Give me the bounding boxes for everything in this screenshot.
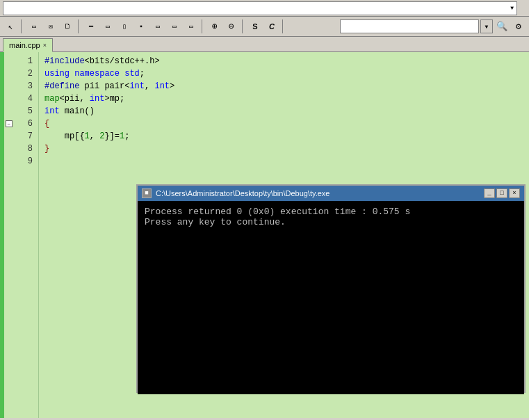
line-num-6: − 6 xyxy=(4,118,38,130)
rect-btn-1[interactable]: ▭ xyxy=(100,19,115,34)
line-numbers-panel: 1 2 3 4 5 − 6 7 8 9 xyxy=(4,52,39,418)
separator-1 xyxy=(21,19,24,33)
cursor-tool-button[interactable]: ↖ xyxy=(3,19,18,34)
c-button[interactable]: C xyxy=(264,19,279,34)
block-btn[interactable]: ▪ xyxy=(133,19,149,34)
tab-main-cpp[interactable]: main.cpp × xyxy=(3,38,53,52)
toolbar-area: ▼ ↖ ▭ ✉ 🗋 ━ ▭ ▯ ▪ ▭ ▭ ▭ ⊕ ⊖ S C ▼ xyxy=(0,0,529,37)
tab-label: main.cpp xyxy=(9,41,40,49)
console-title: C:\Users\Administrator\Desktop\ty\bin\De… xyxy=(156,189,480,197)
s-button[interactable]: S xyxy=(247,19,263,34)
line-num-9: 9 xyxy=(4,155,38,168)
line-num-5: 5 xyxy=(4,105,38,118)
search-dropdown-button[interactable]: ▼ xyxy=(480,19,493,33)
code-line-1: #include<bits/stdc++.h> xyxy=(44,55,523,67)
editor-area: 1 2 3 4 5 − 6 7 8 9 #include<bits/stdc++… xyxy=(0,52,529,418)
search-dropdown-arrow-icon: ▼ xyxy=(485,24,489,30)
toolbar-buttons-row: ↖ ▭ ✉ 🗋 ━ ▭ ▯ ▪ ▭ ▭ ▭ ⊕ ⊖ S C ▼ 🔍 ⚙ xyxy=(0,17,529,36)
rect-btn-3[interactable]: ▭ xyxy=(150,19,165,34)
minus-button[interactable]: ━ xyxy=(83,19,99,34)
zoom-in-button[interactable]: ⊕ xyxy=(207,19,222,34)
rounded-rect-button[interactable]: ✉ xyxy=(43,19,58,34)
tab-close-button[interactable]: × xyxy=(43,42,47,49)
code-line-2: using namespace std; xyxy=(44,67,523,80)
line-num-2: 2 xyxy=(4,67,38,80)
console-line-1: Process returned 0 (0x0) execution time … xyxy=(145,207,517,217)
code-line-8: } xyxy=(44,143,523,155)
dropdown-row: ▼ xyxy=(0,0,529,17)
code-line-6: { xyxy=(44,118,523,130)
settings-button[interactable]: ⚙ xyxy=(511,19,526,34)
console-maximize-button[interactable]: □ xyxy=(496,188,507,198)
rect-btn-5[interactable]: ▭ xyxy=(184,19,199,34)
code-line-4: map<pii, int>mp; xyxy=(44,92,523,105)
search-area: ▼ 🔍 ⚙ xyxy=(340,19,526,34)
zoom-out-button[interactable]: ⊖ xyxy=(224,19,239,34)
console-minimize-button[interactable]: _ xyxy=(484,188,495,198)
console-close-button[interactable]: × xyxy=(509,188,520,198)
dropdown-arrow-icon: ▼ xyxy=(510,5,514,11)
rect-btn-4[interactable]: ▭ xyxy=(167,19,182,34)
separator-2 xyxy=(78,19,81,33)
console-titlebar: ■ C:\Users\Administrator\Desktop\ty\bin\… xyxy=(138,186,524,201)
console-line-2: Press any key to continue. xyxy=(145,217,517,227)
code-line-5: int main() xyxy=(44,105,523,118)
console-body: Process returned 0 (0x0) execution time … xyxy=(138,201,524,394)
image-button[interactable]: 🗋 xyxy=(60,19,75,34)
line-num-8: 8 xyxy=(4,143,38,155)
rect-btn-2[interactable]: ▯ xyxy=(117,19,132,34)
separator-3 xyxy=(202,19,204,33)
separator-5 xyxy=(282,19,285,33)
code-line-7: mp[{1, 2}]=1; xyxy=(44,130,523,143)
find-button[interactable]: 🔍 xyxy=(494,19,510,34)
console-window-buttons: _ □ × xyxy=(484,188,520,198)
console-window: ■ C:\Users\Administrator\Desktop\ty\bin\… xyxy=(136,184,526,393)
search-input[interactable] xyxy=(340,19,479,33)
tab-bar: main.cpp × xyxy=(0,37,529,52)
fold-icon-6[interactable]: − xyxy=(6,120,13,127)
line-num-3: 3 xyxy=(4,80,38,92)
code-line-9 xyxy=(44,155,523,168)
main-dropdown[interactable]: ▼ xyxy=(3,1,517,15)
separator-4 xyxy=(242,19,245,33)
line-num-4: 4 xyxy=(4,92,38,105)
code-line-3: #define pii pair<int, int> xyxy=(44,80,523,92)
rect-select-button[interactable]: ▭ xyxy=(26,19,42,34)
console-app-icon: ■ xyxy=(142,188,152,198)
line-num-7: 7 xyxy=(4,130,38,143)
line-num-1: 1 xyxy=(4,55,38,67)
